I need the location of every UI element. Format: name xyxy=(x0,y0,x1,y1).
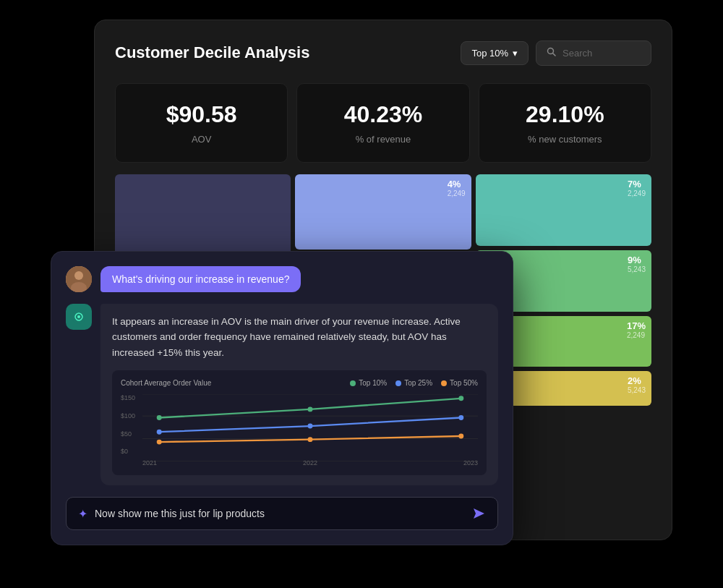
chart-area: $150 $100 $50 $0 xyxy=(121,394,478,466)
legend-label-top10: Top 10% xyxy=(359,379,387,387)
svg-point-14 xyxy=(157,430,162,435)
metric-label-aov: AOV xyxy=(130,134,273,145)
svg-point-6 xyxy=(77,315,80,318)
legend-item-top50: Top 50% xyxy=(441,379,478,387)
legend-item-top10: Top 10% xyxy=(350,379,387,387)
send-button[interactable] xyxy=(471,506,486,521)
user-message-bubble: What's driving our increase in revenue? xyxy=(100,266,301,292)
search-box[interactable]: Search xyxy=(536,41,651,66)
metric-label-revenue: % of revenue xyxy=(312,134,454,145)
avatar xyxy=(66,266,92,292)
chevron-down-icon: ▾ xyxy=(513,48,518,59)
svg-point-16 xyxy=(458,415,463,420)
metric-value-revenue: 40.23% xyxy=(312,101,454,128)
y-label-150: $150 xyxy=(121,394,135,401)
y-label-0: $0 xyxy=(121,448,135,455)
legend-item-top25: Top 25% xyxy=(395,379,432,387)
chart-y-labels: $150 $100 $50 $0 xyxy=(121,394,135,455)
filter-button[interactable]: Top 10% ▾ xyxy=(461,41,529,65)
treemap-count: 2,249 xyxy=(448,189,466,197)
header-controls: Top 10% ▾ Search xyxy=(461,41,651,66)
y-label-100: $100 xyxy=(121,412,135,419)
svg-point-13 xyxy=(458,396,463,401)
chat-bot-message: It appears an increase in AOV is the mai… xyxy=(66,304,498,486)
x-label-2022: 2022 xyxy=(303,459,317,466)
send-icon xyxy=(471,506,486,521)
svg-point-18 xyxy=(308,437,313,442)
chat-user-message: What's driving our increase in revenue? xyxy=(66,266,498,292)
filter-label: Top 10% xyxy=(471,48,508,59)
svg-point-12 xyxy=(308,407,313,412)
mini-chart: Cohort Average Order Value Top 10% Top 2… xyxy=(112,370,487,475)
treemap-count: 2,249 xyxy=(627,331,646,339)
metric-value-newcust: 29.10% xyxy=(494,101,636,128)
treemap-cell: 4% 2,249 xyxy=(295,174,471,250)
chart-title: Cohort Average Order Value xyxy=(121,379,211,387)
y-label-50: $50 xyxy=(121,430,135,438)
metric-card-newcust: 29.10% % new customers xyxy=(479,83,651,163)
spark-icon: ✦ xyxy=(78,507,87,521)
x-label-2023: 2023 xyxy=(463,459,478,466)
page-title: Customer Decile Analysis xyxy=(115,43,309,62)
app-container: Customer Decile Analysis Top 10% ▾ Searc… xyxy=(51,20,672,569)
legend-dot-top50 xyxy=(441,380,447,386)
x-label-2021: 2021 xyxy=(142,459,157,466)
search-icon xyxy=(547,47,557,59)
bot-response-container: It appears an increase in AOV is the mai… xyxy=(100,304,498,486)
metric-label-newcust: % new customers xyxy=(494,134,636,145)
user-message-text: What's driving our increase in revenue? xyxy=(112,273,289,285)
svg-point-15 xyxy=(308,424,313,429)
treemap-count: 5,243 xyxy=(628,265,646,273)
metrics-row: $90.58 AOV 40.23% % of revenue 29.10% % … xyxy=(115,83,651,163)
treemap-cell: 7% 2,249 xyxy=(476,174,651,247)
treemap-count: 5,243 xyxy=(628,386,646,394)
svg-point-17 xyxy=(157,440,162,445)
svg-point-3 xyxy=(74,271,83,280)
legend-label-top25: Top 25% xyxy=(404,379,432,387)
bot-avatar xyxy=(66,304,92,330)
treemap-pct: 4% xyxy=(448,179,466,189)
treemap-pct: 17% xyxy=(627,320,646,331)
svg-point-11 xyxy=(157,415,162,420)
legend-dot-top10 xyxy=(350,380,356,386)
treemap-pct: 7% xyxy=(628,179,646,189)
chat-overlay: What's driving our increase in revenue? … xyxy=(51,251,513,546)
chat-input-area[interactable]: ✦ Now show me this just for lip products xyxy=(66,497,498,530)
chart-svg xyxy=(142,394,478,461)
dashboard-header: Customer Decile Analysis Top 10% ▾ Searc… xyxy=(115,41,651,66)
avatar-image xyxy=(66,266,92,292)
chat-input[interactable]: Now show me this just for lip products xyxy=(95,508,464,519)
metric-value-aov: $90.58 xyxy=(130,101,273,128)
search-placeholder: Search xyxy=(562,48,592,59)
treemap-count: 2,249 xyxy=(628,189,646,197)
bot-response-text: It appears an increase in AOV is the mai… xyxy=(112,314,487,361)
chart-x-labels: 2021 2022 2023 xyxy=(142,459,478,466)
metric-card-aov: $90.58 AOV xyxy=(115,83,288,163)
legend-label-top50: Top 50% xyxy=(450,379,478,387)
chart-legend: Top 10% Top 25% Top 50% xyxy=(350,379,478,387)
metric-card-revenue: 40.23% % of revenue xyxy=(296,83,469,163)
chart-header: Cohort Average Order Value Top 10% Top 2… xyxy=(121,379,478,387)
svg-point-19 xyxy=(458,434,463,439)
legend-dot-top25 xyxy=(395,380,401,386)
treemap-pct: 9% xyxy=(628,255,646,265)
svg-line-1 xyxy=(553,53,556,56)
treemap-pct: 2% xyxy=(628,375,646,386)
